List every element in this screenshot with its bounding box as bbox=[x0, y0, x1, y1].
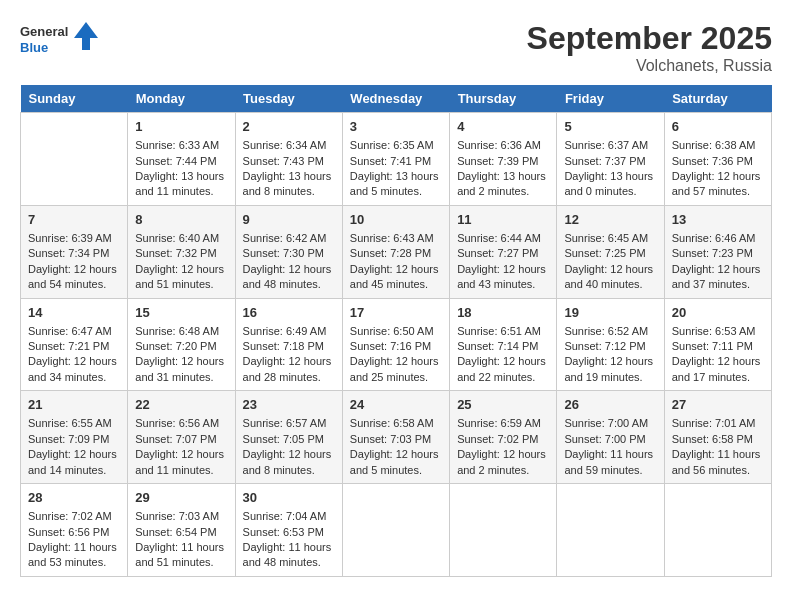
day-cell: 22Sunrise: 6:56 AMSunset: 7:07 PMDayligh… bbox=[128, 391, 235, 484]
day-cell: 9Sunrise: 6:42 AMSunset: 7:30 PMDaylight… bbox=[235, 205, 342, 298]
day-cell: 10Sunrise: 6:43 AMSunset: 7:28 PMDayligh… bbox=[342, 205, 449, 298]
day-info: Sunset: 7:18 PM bbox=[243, 339, 335, 354]
day-info: Daylight: 12 hours bbox=[243, 447, 335, 462]
day-cell: 27Sunrise: 7:01 AMSunset: 6:58 PMDayligh… bbox=[664, 391, 771, 484]
day-info: Sunrise: 7:01 AM bbox=[672, 416, 764, 431]
day-info: Sunrise: 6:34 AM bbox=[243, 138, 335, 153]
day-info: Sunrise: 6:53 AM bbox=[672, 324, 764, 339]
day-number: 6 bbox=[672, 118, 764, 136]
day-info: Sunset: 7:37 PM bbox=[564, 154, 656, 169]
day-info: Sunrise: 6:33 AM bbox=[135, 138, 227, 153]
day-info: Sunrise: 6:48 AM bbox=[135, 324, 227, 339]
day-info: Sunrise: 6:38 AM bbox=[672, 138, 764, 153]
day-info: and 37 minutes. bbox=[672, 277, 764, 292]
day-cell: 13Sunrise: 6:46 AMSunset: 7:23 PMDayligh… bbox=[664, 205, 771, 298]
header-cell-wednesday: Wednesday bbox=[342, 85, 449, 113]
day-info: Sunset: 7:44 PM bbox=[135, 154, 227, 169]
day-number: 15 bbox=[135, 304, 227, 322]
day-number: 24 bbox=[350, 396, 442, 414]
week-row-1: 7Sunrise: 6:39 AMSunset: 7:34 PMDaylight… bbox=[21, 205, 772, 298]
day-cell: 8Sunrise: 6:40 AMSunset: 7:32 PMDaylight… bbox=[128, 205, 235, 298]
day-number: 12 bbox=[564, 211, 656, 229]
day-info: Daylight: 12 hours bbox=[457, 262, 549, 277]
day-info: Sunrise: 6:44 AM bbox=[457, 231, 549, 246]
day-cell: 21Sunrise: 6:55 AMSunset: 7:09 PMDayligh… bbox=[21, 391, 128, 484]
day-number: 11 bbox=[457, 211, 549, 229]
day-info: Sunset: 7:30 PM bbox=[243, 246, 335, 261]
week-row-2: 14Sunrise: 6:47 AMSunset: 7:21 PMDayligh… bbox=[21, 298, 772, 391]
day-info: and 2 minutes. bbox=[457, 463, 549, 478]
day-info: Sunrise: 6:51 AM bbox=[457, 324, 549, 339]
header-cell-saturday: Saturday bbox=[664, 85, 771, 113]
day-number: 20 bbox=[672, 304, 764, 322]
day-info: Daylight: 13 hours bbox=[457, 169, 549, 184]
day-info: Sunset: 7:05 PM bbox=[243, 432, 335, 447]
day-cell: 17Sunrise: 6:50 AMSunset: 7:16 PMDayligh… bbox=[342, 298, 449, 391]
day-info: Daylight: 12 hours bbox=[243, 354, 335, 369]
day-info: Sunrise: 6:49 AM bbox=[243, 324, 335, 339]
day-info: Daylight: 12 hours bbox=[350, 262, 442, 277]
day-cell: 12Sunrise: 6:45 AMSunset: 7:25 PMDayligh… bbox=[557, 205, 664, 298]
day-number: 14 bbox=[28, 304, 120, 322]
day-number: 29 bbox=[135, 489, 227, 507]
day-number: 19 bbox=[564, 304, 656, 322]
day-info: Sunset: 7:41 PM bbox=[350, 154, 442, 169]
day-info: Daylight: 13 hours bbox=[135, 169, 227, 184]
day-number: 10 bbox=[350, 211, 442, 229]
day-number: 17 bbox=[350, 304, 442, 322]
day-number: 23 bbox=[243, 396, 335, 414]
day-cell: 19Sunrise: 6:52 AMSunset: 7:12 PMDayligh… bbox=[557, 298, 664, 391]
day-info: Sunset: 7:28 PM bbox=[350, 246, 442, 261]
day-info: Sunrise: 7:03 AM bbox=[135, 509, 227, 524]
day-info: and 51 minutes. bbox=[135, 277, 227, 292]
day-info: Sunrise: 6:42 AM bbox=[243, 231, 335, 246]
header-cell-friday: Friday bbox=[557, 85, 664, 113]
day-info: and 53 minutes. bbox=[28, 555, 120, 570]
day-info: Sunset: 7:12 PM bbox=[564, 339, 656, 354]
day-cell: 4Sunrise: 6:36 AMSunset: 7:39 PMDaylight… bbox=[450, 113, 557, 206]
day-info: Daylight: 12 hours bbox=[28, 447, 120, 462]
day-cell bbox=[342, 484, 449, 577]
calendar-table: SundayMondayTuesdayWednesdayThursdayFrid… bbox=[20, 85, 772, 577]
header-cell-thursday: Thursday bbox=[450, 85, 557, 113]
day-info: Sunset: 7:11 PM bbox=[672, 339, 764, 354]
day-number: 3 bbox=[350, 118, 442, 136]
header-row: SundayMondayTuesdayWednesdayThursdayFrid… bbox=[21, 85, 772, 113]
day-cell: 25Sunrise: 6:59 AMSunset: 7:02 PMDayligh… bbox=[450, 391, 557, 484]
day-cell: 20Sunrise: 6:53 AMSunset: 7:11 PMDayligh… bbox=[664, 298, 771, 391]
day-info: Sunset: 7:27 PM bbox=[457, 246, 549, 261]
day-info: Daylight: 13 hours bbox=[350, 169, 442, 184]
day-info: Daylight: 11 hours bbox=[28, 540, 120, 555]
day-cell: 5Sunrise: 6:37 AMSunset: 7:37 PMDaylight… bbox=[557, 113, 664, 206]
day-info: and 8 minutes. bbox=[243, 463, 335, 478]
day-info: Sunrise: 6:40 AM bbox=[135, 231, 227, 246]
day-info: Daylight: 11 hours bbox=[672, 447, 764, 462]
day-info: Daylight: 12 hours bbox=[28, 354, 120, 369]
day-info: and 22 minutes. bbox=[457, 370, 549, 385]
day-info: Sunrise: 6:45 AM bbox=[564, 231, 656, 246]
day-cell bbox=[557, 484, 664, 577]
day-info: Sunrise: 6:50 AM bbox=[350, 324, 442, 339]
day-info: Sunrise: 7:00 AM bbox=[564, 416, 656, 431]
day-info: Sunset: 7:00 PM bbox=[564, 432, 656, 447]
day-info: Sunset: 7:23 PM bbox=[672, 246, 764, 261]
day-cell bbox=[664, 484, 771, 577]
day-info: Sunrise: 6:37 AM bbox=[564, 138, 656, 153]
day-cell: 14Sunrise: 6:47 AMSunset: 7:21 PMDayligh… bbox=[21, 298, 128, 391]
day-info: and 31 minutes. bbox=[135, 370, 227, 385]
week-row-4: 28Sunrise: 7:02 AMSunset: 6:56 PMDayligh… bbox=[21, 484, 772, 577]
day-info: Daylight: 11 hours bbox=[564, 447, 656, 462]
day-number: 26 bbox=[564, 396, 656, 414]
day-number: 21 bbox=[28, 396, 120, 414]
day-info: and 5 minutes. bbox=[350, 463, 442, 478]
day-info: Daylight: 12 hours bbox=[350, 354, 442, 369]
day-cell: 23Sunrise: 6:57 AMSunset: 7:05 PMDayligh… bbox=[235, 391, 342, 484]
day-cell: 28Sunrise: 7:02 AMSunset: 6:56 PMDayligh… bbox=[21, 484, 128, 577]
day-info: Sunset: 7:43 PM bbox=[243, 154, 335, 169]
day-info: and 19 minutes. bbox=[564, 370, 656, 385]
day-info: Daylight: 13 hours bbox=[564, 169, 656, 184]
day-info: Sunset: 7:07 PM bbox=[135, 432, 227, 447]
day-info: Daylight: 12 hours bbox=[672, 169, 764, 184]
day-info: Sunrise: 6:46 AM bbox=[672, 231, 764, 246]
day-info: Daylight: 12 hours bbox=[350, 447, 442, 462]
